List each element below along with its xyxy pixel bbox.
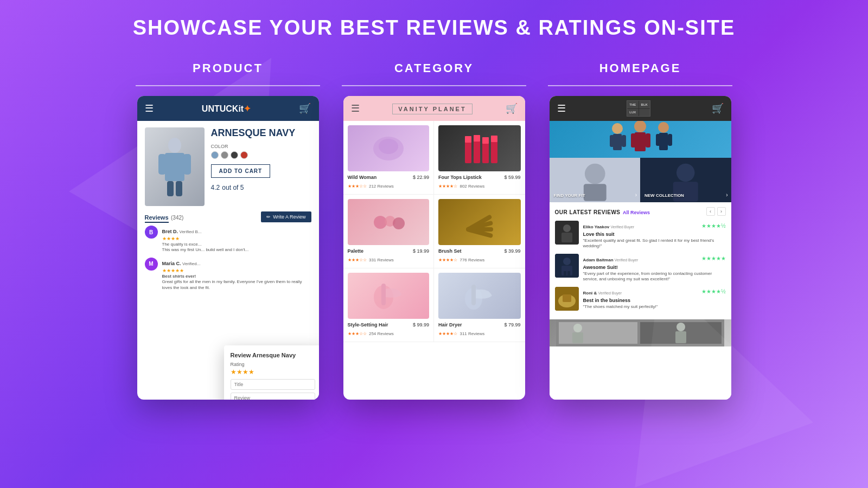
homepage-panel-col: HOMEPAGE ☰ THE BLK LUX 🛒: [548, 61, 732, 400]
hp-banner: [550, 121, 731, 158]
cat-product-3[interactable]: Palette $ 19.99 ★★★☆☆ 331 Reviews: [343, 195, 435, 268]
svg-point-43: [676, 164, 695, 182]
svg-point-0: [168, 138, 181, 153]
swatch-blue[interactable]: [211, 151, 219, 159]
svg-rect-8: [465, 142, 471, 163]
review-body-1: This was my first Un... build well and I…: [162, 247, 311, 253]
svg-rect-15: [491, 136, 497, 142]
product-divider: [136, 85, 320, 86]
modal-title-input[interactable]: [231, 379, 315, 390]
cat-product-meta-6: Hair Dryer $ 79.99: [438, 322, 521, 328]
cat-product-4[interactable]: Brush Set $ 39.99 ★★★★☆ 776 Reviews: [434, 195, 525, 268]
homepage-hamburger-icon[interactable]: ☰: [557, 102, 566, 114]
cat-product-img-1: [348, 125, 430, 171]
svg-point-49: [563, 258, 571, 265]
svg-point-31: [634, 121, 646, 132]
hp-review-1: Eliko Yaakov Verified Buyer ★★★★½ Love t…: [555, 221, 726, 249]
brand-accent: ✦: [244, 104, 251, 113]
svg-rect-47: [561, 233, 572, 242]
cat-reviews-2: 802 Reviews: [459, 184, 484, 189]
reviewer-name-2: Maria C.: [162, 261, 183, 266]
hp-reviewer-name-2: Adam Baitman: [583, 258, 615, 262]
reviews-section: Reviews (342) ✏ Write A Review B: [145, 211, 311, 291]
modal-review-input[interactable]: [231, 393, 315, 400]
hp-bottom-banner: [550, 319, 731, 346]
hp-review-3: Roni & Verified Buyer ★★★★½ Best in the …: [555, 287, 726, 311]
review-title-2: Best shirts ever!: [162, 274, 311, 279]
review-stars-1: ★★★★: [162, 236, 311, 241]
category-phone-header: ☰ VANITY PLANET 🛒: [343, 96, 525, 121]
rating-value: 4.2: [211, 184, 220, 191]
review-item-1: B Bret D. Verified B... ★★★★ The quality…: [145, 226, 311, 253]
modal-rating-label: Rating: [231, 362, 315, 367]
category-panel-col: CATEGORY ☰ VANITY PLANET 🛒: [342, 61, 526, 400]
review-stars-2: ★★★★★: [162, 268, 311, 273]
product-details: ARNESQUE NAVY COLOR ADD TO CART 4.2: [211, 127, 311, 206]
homepage-divider: [548, 85, 732, 86]
reviewer-avatar-m: M: [145, 258, 158, 271]
modal-rating-stars: ★★★★: [231, 368, 315, 376]
cat-product-name-5: Style-Setting Hair: [348, 322, 388, 328]
svg-rect-58: [640, 322, 722, 344]
cat-product-5[interactable]: Style-Setting Hair $ 99.99 ★★★☆☆ 254 Rev…: [343, 268, 435, 342]
svg-point-40: [584, 164, 605, 184]
homepage-cart-icon[interactable]: 🛒: [712, 102, 724, 114]
hp-collection-new[interactable]: NEW COLLECTION ›: [640, 158, 731, 202]
modal-title: Review Arnesque Navy: [231, 352, 315, 358]
svg-rect-44: [673, 182, 698, 202]
cat-product-name-3: Palette: [348, 248, 364, 254]
svg-rect-2: [158, 154, 166, 175]
hp-review-product-img-3: [555, 287, 579, 311]
product-name: ARNESQUE NAVY: [211, 127, 311, 139]
swatch-dark[interactable]: [231, 151, 238, 159]
svg-rect-1: [165, 153, 184, 181]
page-headline: SHOWCASE YOUR BEST REVIEWS & RATINGS ON-…: [133, 16, 736, 40]
svg-point-18: [393, 217, 405, 229]
svg-rect-26: [471, 285, 476, 305]
rating-summary: 4.2 out of 5: [211, 182, 311, 191]
cat-reviews-5: 254 Reviews: [369, 331, 394, 336]
reviews-title-area: Reviews (342): [145, 212, 184, 222]
cat-product-img-5: [348, 273, 430, 319]
svg-rect-60: [572, 332, 583, 343]
reviewer-verified-1: Verified B...: [180, 229, 202, 234]
write-review-button[interactable]: ✏ Write A Review: [261, 211, 311, 222]
product-label: PRODUCT: [193, 61, 263, 75]
add-to-cart-button[interactable]: ADD TO CART: [211, 164, 271, 178]
cat-stars-2: ★★★★☆: [438, 184, 457, 189]
category-cart-icon[interactable]: 🛒: [506, 102, 518, 114]
cat-product-name-4: Brush Set: [438, 248, 462, 254]
svg-rect-9: [465, 136, 471, 143]
hp-review-content-2: Adam Baitman Verified Buyer ★★★★★ Awesom…: [583, 254, 726, 282]
hp-reviews-title: OUR LATEST REVIEWS: [555, 209, 621, 215]
hamburger-icon[interactable]: ☰: [145, 102, 154, 114]
hp-prev-btn[interactable]: ‹: [706, 207, 715, 216]
hp-brand-logo: THE BLK LUX: [627, 100, 650, 117]
cat-product-price-4: $ 39.99: [504, 248, 520, 254]
hp-review-product-img-1: [555, 221, 579, 245]
hp-next-btn[interactable]: ›: [717, 207, 726, 216]
product-cart-icon[interactable]: 🛒: [299, 102, 311, 114]
vanity-planet-logo: VANITY PLANET: [392, 104, 472, 114]
cat-product-img-3: [348, 199, 430, 245]
svg-point-27: [612, 123, 623, 134]
homepage-label: HOMEPAGE: [599, 61, 681, 75]
cat-product-1[interactable]: Wild Woman $ 22.99 ★★★☆☆ 212 Reviews: [343, 121, 435, 195]
swatch-gray[interactable]: [221, 151, 228, 159]
cat-product-meta-4: Brush Set $ 39.99: [438, 248, 521, 254]
product-phone-header: ☰ UNTUCKit✦ 🛒: [137, 96, 319, 121]
homepage-phone: ☰ THE BLK LUX 🛒: [550, 96, 731, 400]
swatch-red[interactable]: [240, 151, 248, 159]
hp-reviews-section: OUR LATEST REVIEWS All Reviews ‹ ›: [550, 202, 731, 319]
main-container: SHOWCASE YOUR BEST REVIEWS & RATINGS ON-…: [0, 0, 868, 488]
rating-suffix: out of 5: [222, 184, 244, 191]
cat-product-price-5: $ 99.99: [413, 322, 429, 328]
svg-rect-11: [474, 135, 480, 142]
review-item-2: M Maria C. Verified... ★★★★★ Best shirts…: [145, 258, 311, 291]
hp-all-reviews-link[interactable]: All Reviews: [623, 210, 650, 215]
hp-collection-fit[interactable]: FIND YOUR FIT ›: [550, 158, 641, 202]
cat-product-2[interactable]: Four Tops Lipstick $ 59.99 ★★★★☆ 802 Rev…: [434, 121, 525, 195]
category-hamburger-icon[interactable]: ☰: [351, 102, 360, 114]
cat-product-6[interactable]: Hair Dryer $ 79.99 ★★★★☆ 311 Reviews: [434, 268, 525, 342]
reviews-count: (342): [171, 215, 183, 221]
